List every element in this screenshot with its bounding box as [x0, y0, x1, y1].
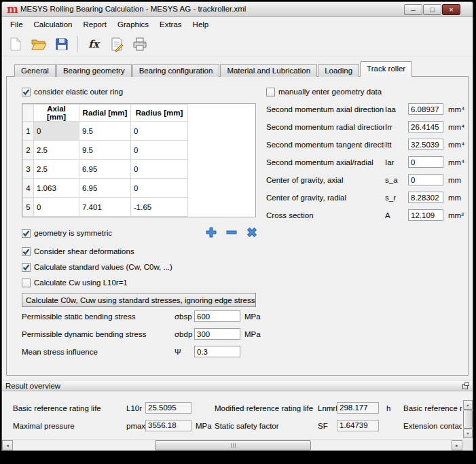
- scroll-up-button[interactable]: ▲: [463, 400, 473, 410]
- vertical-scroll-thumb[interactable]: [463, 410, 473, 429]
- cell-radius[interactable]: 0: [131, 122, 188, 141]
- field-label: Second momentum radial direction: [266, 123, 384, 131]
- clear-table-button[interactable]: [243, 225, 261, 240]
- result-overview-header[interactable]: Result overview: [2, 380, 473, 391]
- cell-radial[interactable]: 9.5: [79, 122, 131, 141]
- checkbox-calculate-cw-l10r[interactable]: Calculate Cw using L10r=1: [22, 277, 128, 288]
- close-button[interactable]: ×: [442, 4, 460, 15]
- title-bar[interactable]: m MESYS Rolling Bearing Calculation - ME…: [2, 2, 473, 17]
- tab-bearing-geometry[interactable]: Bearing geometry: [56, 64, 132, 77]
- fx-icon: fx: [88, 38, 98, 50]
- checkbox-box: [22, 88, 31, 96]
- screenshot-root: { "window": { "title": "MESYS Rolling Be…: [0, 0, 476, 464]
- result-value: 1.64739: [337, 420, 379, 431]
- field-row: Second momentum axial/radial Iar mm⁴: [266, 154, 468, 172]
- cell-radial[interactable]: 9.5: [79, 141, 131, 160]
- horizontal-scroll-thumb[interactable]: [155, 440, 311, 450]
- field-row: Center of gravity, radial s_r mm: [266, 190, 468, 207]
- field-label: Second momentum tangent direction: [266, 141, 384, 149]
- float-panel-icon[interactable]: [462, 382, 469, 389]
- row-number[interactable]: 2: [23, 141, 34, 160]
- function-editor-button[interactable]: fx: [84, 35, 103, 54]
- checkbox-label: Consider shear deformations: [34, 247, 134, 255]
- field-symbol: Itt: [385, 141, 392, 149]
- maximize-button[interactable]: □: [423, 4, 441, 15]
- cell-radius[interactable]: -1.65: [131, 198, 188, 217]
- cell-radius[interactable]: 0: [131, 179, 188, 198]
- cell-axial[interactable]: 0: [34, 122, 79, 141]
- field-input-sa[interactable]: [408, 174, 443, 185]
- save-file-button[interactable]: [52, 35, 71, 54]
- field-symbol: s_a: [385, 176, 398, 184]
- toolbar: fx: [2, 32, 473, 56]
- cell-radial[interactable]: 7.401: [79, 198, 131, 217]
- menu-help[interactable]: Help: [187, 18, 215, 32]
- row-number[interactable]: 5: [23, 198, 34, 217]
- field-input-iaa[interactable]: [408, 103, 443, 115]
- new-document-button[interactable]: [6, 35, 25, 54]
- menu-report[interactable]: Report: [77, 18, 112, 32]
- field-input-mean-stress[interactable]: [194, 346, 240, 357]
- checkbox-shear-deformations[interactable]: Consider shear deformations: [22, 246, 134, 257]
- result-label-clipped: Extension contac: [403, 419, 462, 433]
- checkbox-manually-enter-geometry-data[interactable]: manually enter geometry data: [266, 86, 382, 97]
- row-number[interactable]: 1: [23, 122, 34, 141]
- checkbox-label: Calculate Cw using L10r=1: [34, 279, 128, 287]
- menu-calculation[interactable]: Calculation: [29, 18, 78, 32]
- result-value: 3556.18: [145, 420, 191, 431]
- field-input-iar[interactable]: [408, 156, 443, 168]
- field-input-irr[interactable]: [408, 121, 443, 132]
- row-number[interactable]: 3: [23, 160, 34, 179]
- field-label: Center of gravity, axial: [266, 176, 344, 184]
- field-input-dynamic-bending[interactable]: [194, 328, 240, 340]
- minimize-button[interactable]: –: [404, 4, 422, 15]
- checkbox-calculate-standard-values[interactable]: Calculate standard values (Cw, C0w, ...): [22, 262, 172, 272]
- cell-axial[interactable]: 2.5: [34, 141, 79, 160]
- result-label: Maximal pressure: [13, 419, 75, 433]
- result-horizontal-scrollbar[interactable]: ◄ ►: [2, 440, 463, 450]
- report-button[interactable]: [107, 35, 126, 54]
- cell-radius[interactable]: 0: [131, 160, 188, 179]
- cell-axial[interactable]: 0: [34, 198, 79, 217]
- field-input-sr[interactable]: [408, 192, 443, 203]
- tab-material-and-lubrication[interactable]: Material and Lubrication: [220, 64, 317, 77]
- tab-general[interactable]: General: [14, 64, 56, 77]
- scrollbar-corner: [463, 440, 473, 450]
- checkbox-consider-elastic-outer-ring[interactable]: consider elastic outer ring: [22, 86, 123, 97]
- field-label: Center of gravity, radial: [266, 194, 346, 202]
- cell-radius[interactable]: 0: [131, 141, 188, 160]
- scroll-right-button[interactable]: ►: [452, 440, 462, 450]
- scroll-left-button[interactable]: ◄: [2, 440, 13, 450]
- field-input-itt[interactable]: [408, 139, 443, 150]
- field-unit: mm⁴: [448, 141, 464, 149]
- stress-method-select[interactable]: Calculate C0w, Cuw using standard stress…: [22, 293, 256, 307]
- tab-track-roller[interactable]: Track roller: [360, 61, 412, 77]
- cell-radial[interactable]: 6.95: [79, 160, 131, 179]
- menu-graphics[interactable]: Graphics: [112, 18, 154, 32]
- geometry-table: Axial [mm] Radial [mm] Radius [mm] 1 0 9…: [22, 103, 256, 217]
- tab-bearing-configuration[interactable]: Bearing configuration: [132, 64, 220, 77]
- add-row-button[interactable]: [202, 225, 220, 240]
- row-number[interactable]: 4: [23, 179, 34, 198]
- checkbox-geometry-symmetric[interactable]: geometry is symmetric: [22, 228, 112, 238]
- tab-loading[interactable]: Loading: [318, 64, 359, 77]
- field-input-area[interactable]: [408, 209, 443, 221]
- print-button[interactable]: [130, 35, 149, 54]
- cell-axial[interactable]: 1.063: [34, 179, 79, 198]
- cell-axial[interactable]: 2.5: [34, 160, 79, 179]
- result-vertical-scrollbar[interactable]: ▲ ▼: [463, 400, 473, 438]
- remove-row-button[interactable]: [223, 225, 240, 240]
- open-file-button[interactable]: [29, 35, 48, 54]
- field-unit: MPa: [244, 313, 261, 321]
- menu-file[interactable]: File: [5, 18, 29, 32]
- field-row: Second momentum tangent direction Itt mm…: [266, 137, 468, 154]
- field-input-static-bending[interactable]: [194, 310, 240, 322]
- scroll-down-button[interactable]: ▼: [463, 429, 473, 438]
- field-label: Permissible dynamic bending stress: [22, 330, 146, 338]
- cell-radial[interactable]: 6.95: [79, 179, 131, 198]
- menu-extras[interactable]: Extras: [154, 18, 187, 32]
- dock-title: Result overview: [5, 382, 462, 390]
- field-label: Cross section: [266, 211, 314, 219]
- check-icon: [22, 248, 30, 255]
- scroll-right-icon: ►: [455, 444, 459, 448]
